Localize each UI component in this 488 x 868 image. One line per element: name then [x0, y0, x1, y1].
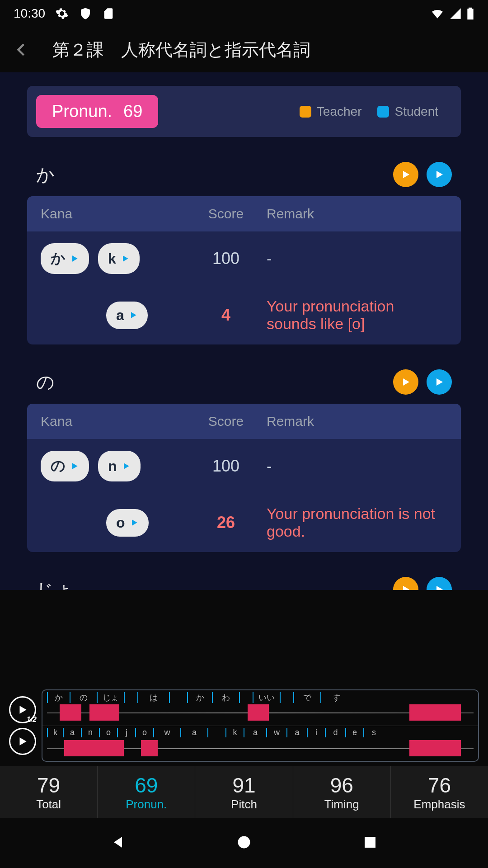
waveform-segment: w: [266, 728, 286, 737]
phone-pill[interactable]: o: [106, 509, 149, 537]
phone-pill[interactable]: a: [106, 302, 148, 329]
remark-cell: Your pronunciation sounds like [o]: [267, 297, 447, 333]
play-teacher-button[interactable]: [393, 162, 418, 187]
score-total[interactable]: 79 Total: [0, 766, 98, 818]
play-teacher-button[interactable]: [393, 369, 418, 395]
waveform-segment: a: [63, 728, 81, 737]
remark-cell: Your pronunciation is not good.: [267, 505, 447, 540]
waveform-segment: a: [180, 728, 207, 737]
nav-home-button[interactable]: [236, 834, 252, 852]
nav-recent-button[interactable]: [362, 834, 378, 852]
waveform-segment: [124, 692, 137, 703]
kana-section: の Kana Score Remark の n 100 -: [27, 369, 461, 552]
legend-student: Student: [377, 104, 438, 119]
play-student-button[interactable]: [427, 369, 452, 395]
waveform-segment: [207, 728, 225, 737]
score-emphasis[interactable]: 76 Emphasis: [391, 766, 488, 818]
kana-pill[interactable]: の: [41, 451, 89, 481]
phone-pill[interactable]: k: [98, 243, 140, 274]
waveform-segment: か: [47, 692, 70, 703]
kana-char: の: [36, 370, 55, 395]
waveform-segment: a: [286, 728, 307, 737]
th-remark: Remark: [267, 206, 447, 222]
kana-char: じょ: [36, 577, 73, 590]
back-icon[interactable]: [14, 42, 30, 58]
waveform-segment: で: [293, 692, 320, 703]
waveform-panel: 1/2 かのじょはかわいいです kanojowakawaides: [0, 685, 488, 766]
battery-icon: [466, 6, 474, 21]
waveform-segment: a: [244, 728, 266, 737]
score-cell: 4: [185, 306, 267, 325]
kana-table: Kana Score Remark の n 100 - o 26 Your pr…: [27, 404, 461, 552]
score-cell: 100: [185, 457, 267, 476]
score-badge-value: 69: [123, 102, 142, 121]
pronunciation-score-badge: Pronun. 69: [36, 95, 158, 128]
waveform-segment: i: [307, 728, 325, 737]
score-pitch[interactable]: 91 Pitch: [195, 766, 293, 818]
waveform-segment: じょ: [97, 692, 124, 703]
waveform-segment: [280, 692, 293, 703]
waveform-segment: o: [99, 728, 117, 737]
kana-section-header: の: [27, 369, 461, 404]
nav-back-button[interactable]: [110, 834, 126, 852]
svg-rect-1: [365, 837, 375, 848]
kana-char: か: [36, 162, 55, 187]
waveform-display[interactable]: かのじょはかわいいです kanojowakawaides: [42, 689, 479, 762]
svg-point-0: [238, 836, 250, 849]
waveform-segment: k: [47, 728, 63, 737]
legend: Teacher Student: [300, 104, 438, 119]
waveform-segment: は: [137, 692, 169, 703]
gear-icon: [55, 7, 69, 20]
play-half-speed-button[interactable]: 1/2: [9, 696, 36, 723]
kana-section: じょ: [27, 577, 461, 590]
score-cell: 26: [185, 513, 267, 532]
play-teacher-button[interactable]: [393, 577, 418, 590]
score-header-card: Pronun. 69 Teacher Student: [27, 86, 461, 137]
play-waveform-button[interactable]: [9, 728, 36, 755]
student-swatch: [377, 106, 389, 118]
score-timing[interactable]: 96 Timing: [293, 766, 391, 818]
page-header: 第２課 人称代名詞と指示代名詞: [0, 27, 488, 72]
kana-section-header: じょ: [27, 577, 461, 590]
table-row: a 4 Your pronunciation sounds like [o]: [27, 286, 461, 344]
waveform-student-row: kanojowakawaides: [42, 726, 478, 761]
score-cell: 100: [185, 249, 267, 268]
waveform-segment: [169, 692, 187, 703]
waveform-segment: e: [345, 728, 363, 737]
kana-section: か Kana Score Remark か k 100 -: [27, 162, 461, 344]
half-speed-label: 1/2: [27, 716, 37, 724]
phone-pill[interactable]: n: [98, 451, 141, 481]
kana-table: Kana Score Remark か k 100 - a 4 Your pro…: [27, 196, 461, 344]
th-score: Score: [185, 414, 267, 429]
th-kana: Kana: [41, 414, 185, 429]
legend-student-label: Student: [394, 104, 438, 119]
waveform-segment: d: [325, 728, 345, 737]
waveform-segment: w: [153, 728, 180, 737]
kana-section-header: か: [27, 162, 461, 196]
waveform-teacher-row: かのじょはかわいいです: [42, 690, 478, 726]
status-bar: 10:30: [0, 0, 488, 27]
waveform-segment: o: [135, 728, 153, 737]
bottom-scores: 79 Total 69 Pronun. 91 Pitch 96 Timing 7…: [0, 766, 488, 818]
play-student-button[interactable]: [427, 162, 452, 187]
status-time: 10:30: [14, 6, 45, 21]
signal-icon: [449, 7, 462, 20]
play-student-button[interactable]: [427, 577, 452, 590]
table-row: か k 100 -: [27, 231, 461, 286]
wifi-icon: [430, 6, 445, 21]
remark-cell: -: [267, 250, 447, 268]
score-badge-label: Pronun.: [52, 102, 112, 121]
waveform-segment: k: [225, 728, 244, 737]
table-head: Kana Score Remark: [27, 404, 461, 439]
score-pronun[interactable]: 69 Pronun.: [98, 766, 195, 818]
th-kana: Kana: [41, 206, 185, 222]
waveform-segment: いい: [253, 692, 280, 703]
waveform-segment: n: [81, 728, 99, 737]
kana-pill[interactable]: か: [41, 243, 89, 274]
table-row: の n 100 -: [27, 439, 461, 493]
table-row: o 26 Your pronunciation is not good.: [27, 493, 461, 552]
waveform-segment: s: [363, 728, 384, 737]
content-area: Pronun. 69 Teacher Student か Kana: [0, 72, 488, 590]
waveform-segment: わ: [212, 692, 239, 703]
remark-cell: -: [267, 458, 447, 475]
